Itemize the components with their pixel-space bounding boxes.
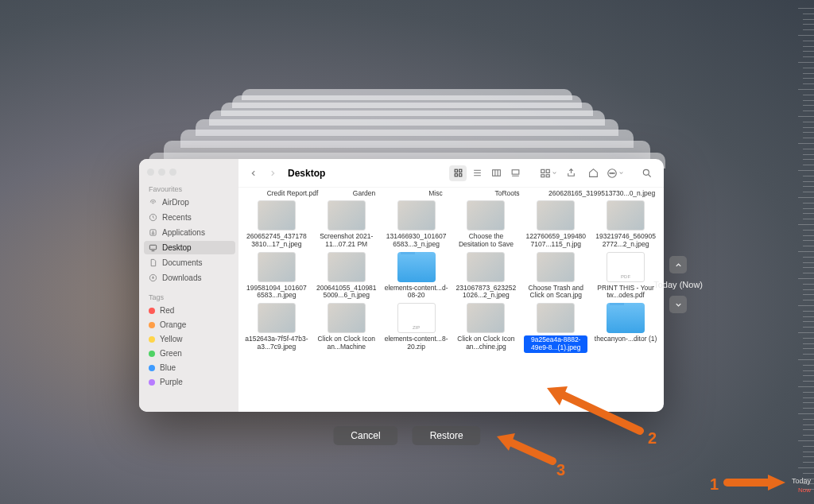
svg-rect-14 xyxy=(546,174,549,176)
img-icon xyxy=(397,200,436,231)
file-label: 260652745_4371783810...17_n.jpeg xyxy=(245,233,308,249)
file-item[interactable]: Choose Trash and Click on Scan.jpg xyxy=(524,252,587,300)
close-dot[interactable] xyxy=(147,169,154,176)
file-grid: 260652745_4371783810...17_n.jpegScreensh… xyxy=(243,197,659,356)
file-label: 122760659_1994807107...115_n.jpg xyxy=(524,233,587,249)
list-view-button[interactable] xyxy=(468,165,486,181)
minimize-dot[interactable] xyxy=(158,169,165,176)
icon-view-button[interactable] xyxy=(449,165,467,181)
file-label: Click on Clock Icon an...chine.jpg xyxy=(455,335,518,351)
finder-window: Favourites AirDrop Recents Applications … xyxy=(139,159,664,412)
timeline-down-button[interactable] xyxy=(669,296,687,313)
forward-button[interactable] xyxy=(266,166,280,180)
file-item[interactable]: elements-content...8-20.zip xyxy=(385,303,448,353)
file-item[interactable]: 260652745_4371783810...17_n.jpeg xyxy=(245,200,308,249)
group-button[interactable] xyxy=(540,165,557,181)
sidebar-tag-yellow[interactable]: Yellow xyxy=(144,332,235,346)
sidebar-tag-red[interactable]: Red xyxy=(144,304,235,317)
pdf-icon xyxy=(607,252,645,282)
sidebar-item-desktop[interactable]: Desktop xyxy=(144,241,235,254)
share-button[interactable] xyxy=(562,165,579,181)
view-switcher xyxy=(449,165,524,181)
svg-rect-12 xyxy=(546,169,549,173)
airdrop-icon xyxy=(149,198,157,207)
annotation-number-1: 1 xyxy=(710,475,719,494)
documents-icon xyxy=(149,258,157,267)
sidebar-item-documents[interactable]: Documents xyxy=(144,256,235,269)
tag-color-dot xyxy=(149,379,155,386)
file-item[interactable]: 199581094_1016076583...n.jpeg xyxy=(245,252,308,300)
svg-rect-10 xyxy=(512,170,519,174)
file-label-partial[interactable]: Garden xyxy=(334,189,394,197)
file-label: 200641055_4109815009...6_n.jpeg xyxy=(315,285,378,300)
tag-button[interactable] xyxy=(584,165,602,181)
file-item[interactable]: 122760659_1994807107...115_n.jpg xyxy=(524,200,587,249)
file-item[interactable]: Click on Clock Icon an...chine.jpg xyxy=(455,303,518,353)
sidebar-label: Applications xyxy=(162,228,205,237)
file-item[interactable]: elements-content...d-08-20 xyxy=(385,252,448,300)
file-item[interactable]: a152643a-7f5f-47b3-a3...7c9.jpeg xyxy=(245,303,308,353)
file-item[interactable]: Screenshot 2021-11...07.21 PM xyxy=(315,200,378,249)
tag-label: Blue xyxy=(160,363,176,372)
file-item[interactable]: 131466930_1016076583...3_n.jpeg xyxy=(385,200,448,249)
annotation-arrow-2 xyxy=(541,382,644,437)
today-text: Today xyxy=(792,477,811,485)
file-item[interactable]: Choose the Desitation to Save xyxy=(455,200,518,249)
file-label: 9a25ea4a-8882-49e9-8...(1).jpeg xyxy=(524,335,587,353)
svg-point-19 xyxy=(643,169,649,175)
timeline-up-button[interactable] xyxy=(669,256,687,273)
location-title: Desktop xyxy=(288,168,325,179)
file-label: Choose Trash and Click on Scan.jpg xyxy=(524,285,587,300)
sidebar-tag-purple[interactable]: Purple xyxy=(144,375,235,389)
timeline-ruler xyxy=(784,0,814,504)
timeline-nav: Today (Now) xyxy=(653,256,703,313)
sidebar-tag-green[interactable]: Green xyxy=(144,347,235,360)
file-label-partial[interactable]: 260628165_3199513730...0_n.jpeg xyxy=(548,189,609,197)
tag-color-dot xyxy=(149,351,155,357)
sidebar-tag-orange[interactable]: Orange xyxy=(144,318,235,331)
svg-rect-3 xyxy=(149,245,156,250)
img-icon xyxy=(537,252,575,282)
sidebar-tag-blue[interactable]: Blue xyxy=(144,361,235,374)
action-button[interactable] xyxy=(607,165,624,181)
folder-icon xyxy=(397,252,436,282)
tag-color-dot xyxy=(149,365,155,371)
svg-point-16 xyxy=(610,173,610,173)
tag-label: Purple xyxy=(160,378,183,386)
file-item[interactable]: 231067873_6232521026...2_n.jpeg xyxy=(455,252,518,300)
sidebar-item-applications[interactable]: Applications xyxy=(144,226,235,239)
svg-rect-9 xyxy=(492,170,500,176)
cancel-button[interactable]: Cancel xyxy=(333,426,397,445)
svg-point-18 xyxy=(614,173,614,173)
file-item[interactable]: Click on Clock Icon an...Machine xyxy=(315,303,378,353)
main-pane: Desktop xyxy=(238,159,664,412)
img-icon xyxy=(328,303,366,333)
column-view-button[interactable] xyxy=(487,165,505,181)
file-item[interactable]: PRINT THIS - Your tw...odes.pdf xyxy=(594,252,657,300)
file-label: thecanyon-...ditor (1) xyxy=(595,335,657,343)
sidebar-item-downloads[interactable]: Downloads xyxy=(144,271,235,285)
search-button[interactable] xyxy=(638,165,656,181)
gallery-view-button[interactable] xyxy=(506,165,524,181)
file-label: a152643a-7f5f-47b3-a3...7c9.jpeg xyxy=(245,335,308,351)
file-label-partial[interactable]: Misc xyxy=(405,189,466,197)
img-icon xyxy=(607,200,645,231)
file-item[interactable]: 9a25ea4a-8882-49e9-8...(1).jpeg xyxy=(524,303,587,353)
restore-button[interactable]: Restore xyxy=(413,426,481,445)
svg-rect-13 xyxy=(541,174,545,176)
file-item[interactable]: thecanyon-...ditor (1) xyxy=(594,303,657,353)
sidebar-label: Desktop xyxy=(162,243,192,252)
zoom-dot[interactable] xyxy=(169,169,176,176)
sidebar-item-airdrop[interactable]: AirDrop xyxy=(144,196,235,209)
sidebar-item-recents[interactable]: Recents xyxy=(144,211,235,224)
file-label-partial[interactable]: Credit Report.pdf xyxy=(262,189,323,197)
file-label-partial[interactable]: ToRoots xyxy=(477,189,537,197)
file-item[interactable]: 193219746_5609052772...2_n.jpeg xyxy=(594,200,657,249)
img-icon xyxy=(328,252,366,282)
window-controls[interactable] xyxy=(144,165,238,182)
annotation-arrow-3 xyxy=(493,433,556,465)
back-button[interactable] xyxy=(246,166,261,180)
svg-rect-11 xyxy=(541,169,545,173)
file-item[interactable]: 200641055_4109815009...6_n.jpeg xyxy=(315,252,378,300)
clock-icon xyxy=(149,213,157,222)
